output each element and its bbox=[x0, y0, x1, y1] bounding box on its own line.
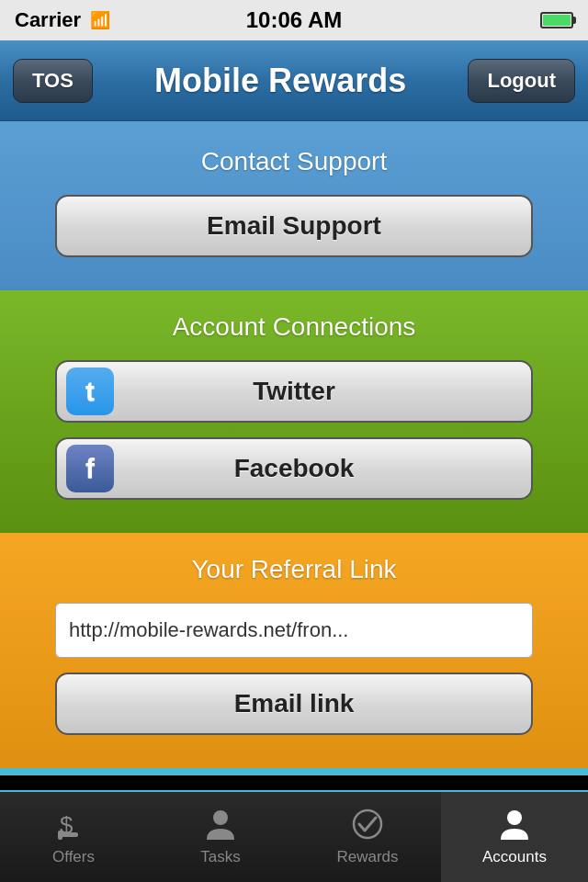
tasks-icon bbox=[205, 808, 236, 844]
accounts-icon bbox=[499, 808, 530, 844]
app-title: Mobile Rewards bbox=[154, 62, 406, 100]
tab-rewards-label: Rewards bbox=[336, 848, 398, 866]
email-support-button[interactable]: Email Support bbox=[55, 195, 533, 257]
cyan-separator bbox=[0, 768, 588, 775]
tos-button[interactable]: TOS bbox=[13, 59, 93, 103]
offers-icon: $ bbox=[58, 808, 89, 844]
contact-support-section: Contact Support Email Support bbox=[0, 121, 588, 290]
wifi-icon: 📶 bbox=[90, 10, 110, 30]
email-link-button[interactable]: Email link bbox=[55, 673, 533, 735]
status-time: 10:06 AM bbox=[246, 7, 342, 33]
rewards-icon bbox=[352, 808, 383, 844]
tab-accounts-label: Accounts bbox=[482, 848, 547, 866]
facebook-icon: f bbox=[66, 445, 114, 492]
status-bar: Carrier 📶 10:06 AM bbox=[0, 0, 588, 40]
logout-button[interactable]: Logout bbox=[468, 59, 575, 103]
referral-link-section: Your Referral Link http://mobile-rewards… bbox=[0, 533, 588, 768]
carrier-label: Carrier bbox=[15, 8, 81, 32]
nav-bar: TOS Mobile Rewards Logout bbox=[0, 40, 588, 121]
tab-offers-label: Offers bbox=[52, 848, 95, 866]
tab-accounts[interactable]: Accounts bbox=[441, 792, 588, 882]
status-left: Carrier 📶 bbox=[15, 8, 110, 32]
facebook-button[interactable]: f Facebook bbox=[55, 437, 533, 500]
battery-fill bbox=[543, 15, 571, 26]
twitter-button[interactable]: t Twitter bbox=[55, 360, 533, 423]
facebook-label: Facebook bbox=[234, 454, 355, 483]
battery-icon bbox=[540, 12, 573, 28]
tab-bar: $ Offers Tasks Rewards bbox=[0, 790, 588, 882]
tab-tasks[interactable]: Tasks bbox=[147, 792, 294, 882]
contact-support-title: Contact Support bbox=[201, 147, 387, 176]
tab-offers[interactable]: $ Offers bbox=[0, 792, 147, 882]
referral-link-input[interactable]: http://mobile-rewards.net/fron... bbox=[55, 603, 533, 658]
referral-link-title: Your Referral Link bbox=[191, 555, 396, 584]
account-connections-section: Account Connections t Twitter f Facebook bbox=[0, 290, 588, 533]
svg-point-5 bbox=[507, 810, 522, 825]
referral-link-value: http://mobile-rewards.net/fron... bbox=[69, 618, 348, 642]
twitter-icon: t bbox=[66, 368, 114, 415]
tab-rewards[interactable]: Rewards bbox=[294, 792, 441, 882]
svg-rect-2 bbox=[58, 831, 62, 840]
svg-point-3 bbox=[213, 810, 228, 825]
account-connections-title: Account Connections bbox=[173, 312, 416, 342]
tab-tasks-label: Tasks bbox=[200, 848, 240, 866]
twitter-label: Twitter bbox=[253, 377, 335, 406]
